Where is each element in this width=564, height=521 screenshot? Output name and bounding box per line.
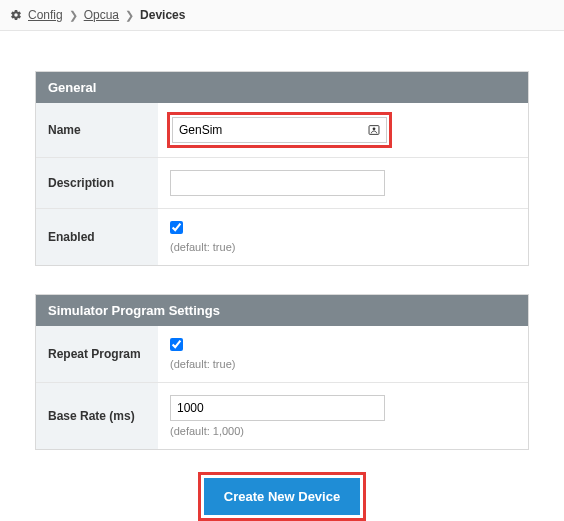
panel-header-general: General: [36, 72, 528, 103]
chevron-right-icon: ❯: [69, 9, 78, 22]
label-name: Name: [36, 103, 158, 158]
row-repeat: Repeat Program (default: true): [36, 326, 528, 383]
button-row: Create New Device: [35, 478, 529, 515]
panel-general: General Name Description: [35, 71, 529, 266]
content-area: General Name Description: [0, 31, 564, 521]
chevron-right-icon: ❯: [125, 9, 134, 22]
highlight-name: [170, 115, 389, 145]
enabled-hint: (default: true): [170, 241, 516, 253]
panel-simulator: Simulator Program Settings Repeat Progra…: [35, 294, 529, 450]
breadcrumb: Config ❯ Opcua ❯ Devices: [0, 0, 564, 31]
gear-icon: [10, 9, 22, 21]
create-new-device-button[interactable]: Create New Device: [204, 478, 360, 515]
repeat-hint: (default: true): [170, 358, 516, 370]
label-description: Description: [36, 158, 158, 209]
label-baserate: Base Rate (ms): [36, 383, 158, 450]
row-baserate: Base Rate (ms) (default: 1,000): [36, 383, 528, 450]
row-enabled: Enabled (default: true): [36, 209, 528, 266]
baserate-hint: (default: 1,000): [170, 425, 516, 437]
panel-header-simulator: Simulator Program Settings: [36, 295, 528, 326]
name-input[interactable]: [172, 117, 387, 143]
label-repeat: Repeat Program: [36, 326, 158, 383]
repeat-checkbox[interactable]: [170, 338, 183, 351]
label-enabled: Enabled: [36, 209, 158, 266]
row-description: Description: [36, 158, 528, 209]
baserate-input[interactable]: [170, 395, 385, 421]
crumb-config[interactable]: Config: [28, 8, 63, 22]
enabled-checkbox[interactable]: [170, 221, 183, 234]
crumb-devices: Devices: [140, 8, 185, 22]
crumb-opcua[interactable]: Opcua: [84, 8, 119, 22]
row-name: Name: [36, 103, 528, 158]
description-input[interactable]: [170, 170, 385, 196]
